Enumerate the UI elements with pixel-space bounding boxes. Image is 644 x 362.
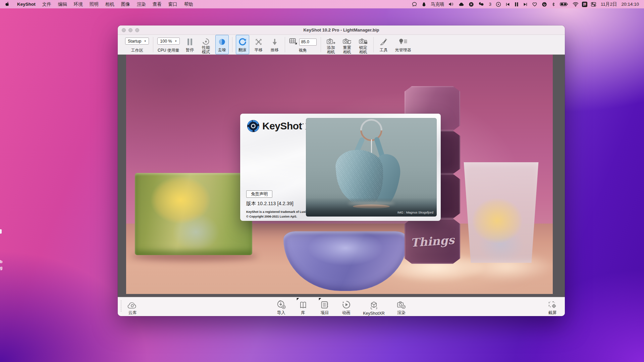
tools-button[interactable]: 工具 — [377, 35, 390, 54]
workspace-group: Startup ▼ 工作区 — [121, 35, 153, 54]
menu-item-image[interactable]: 图像 — [118, 1, 133, 7]
import-button[interactable]: 导入 — [276, 299, 286, 316]
denoise-label: 去噪 — [218, 48, 226, 52]
bluetooth-icon[interactable] — [550, 2, 556, 7]
workspace-dropdown[interactable]: Startup ▼ — [125, 38, 149, 45]
menu-item-file[interactable]: 文件 — [39, 1, 55, 7]
light-manager-button[interactable]: 光管理器 — [393, 35, 413, 54]
project-icon — [320, 299, 329, 309]
qq-penguin-icon[interactable] — [421, 2, 427, 7]
reset-camera-button[interactable]: 重置 相机 — [340, 35, 354, 54]
menu-item-camera[interactable]: 相机 — [102, 1, 118, 7]
menu-item-render[interactable]: 渲染 — [133, 1, 149, 7]
play-circle-icon[interactable] — [495, 2, 502, 7]
library-icon — [298, 299, 308, 309]
lock-camera-icon — [359, 38, 368, 46]
lock-camera-label-2: 相机 — [359, 50, 367, 54]
menu-bar-left: KeyShot 文件 编辑 环境 照明 相机 图像 渲染 查看 窗口 帮助 — [0, 1, 197, 7]
cube-engraving-text: Things — [410, 233, 454, 249]
add-camera-label-2: 相机 — [327, 50, 335, 54]
cloud-app-icon[interactable] — [458, 2, 465, 7]
chat-bubble-icon[interactable] — [411, 2, 418, 7]
volume-icon[interactable] — [447, 2, 455, 7]
view-angle-group: 视角 — [285, 35, 321, 54]
green-glass-cube — [135, 173, 252, 255]
menu-item-environment[interactable]: 环境 — [70, 1, 86, 7]
cpu-usage-dropdown[interactable]: 100 % ▼ — [157, 38, 179, 45]
disclaimer-button[interactable]: 免责声明 — [246, 190, 272, 198]
about-dialog: KeyShot 10 免责声明 版本 10.2.113 [4.2.39] Key… — [240, 114, 441, 221]
menu-item-help[interactable]: 帮助 — [181, 1, 197, 7]
pause-label: 暂停 — [186, 48, 194, 52]
cpu-usage-value: 100 % — [160, 39, 172, 44]
wifi-icon[interactable] — [572, 2, 580, 7]
denoise-icon — [218, 38, 226, 46]
project-button[interactable]: 项目 — [320, 299, 329, 316]
camera-group: 添加 相机 重置 相机 锁定 相机 — [321, 35, 373, 54]
heart-icon[interactable] — [531, 2, 538, 7]
render-label: 渲染 — [397, 310, 406, 316]
performance-mode-button[interactable]: 性能 模式 — [199, 35, 213, 54]
denoise-button[interactable]: 去噪 — [215, 35, 229, 54]
menubar-time[interactable]: 20:14:10 — [620, 2, 640, 7]
reset-camera-icon — [342, 38, 352, 46]
apple-menu-icon[interactable] — [0, 1, 13, 7]
lock-camera-label-1: 锁定 — [359, 46, 367, 50]
view-angle-label: 视角 — [299, 48, 307, 53]
previous-track-icon[interactable] — [504, 2, 511, 7]
animation-label: 动画 — [342, 310, 351, 316]
main-toolbar: Startup ▼ 工作区 100 % ▼ CPU 使用量 — [118, 35, 565, 55]
add-camera-button[interactable]: 添加 相机 — [324, 35, 338, 54]
menu-bar-status: 马克喵 3 — [411, 1, 644, 7]
reset-camera-label-1: 重置 — [343, 46, 351, 50]
view-angle-icon — [289, 38, 297, 46]
dolly-button[interactable]: 推移 — [268, 35, 281, 54]
pause-render-button[interactable]: 暂停 — [183, 35, 197, 54]
animation-button[interactable]: 动画 — [341, 299, 351, 316]
menu-item-edit[interactable]: 编辑 — [55, 1, 70, 7]
performance-mode-label-2: 模式 — [202, 50, 210, 54]
x-circle-icon[interactable] — [468, 2, 475, 7]
trademark-dot — [303, 123, 304, 124]
camera-move-group: 翻滚 平移 推移 — [232, 35, 285, 54]
input-method-icon[interactable]: 拼 — [582, 2, 587, 7]
cloud-library-icon — [127, 299, 138, 309]
desktop: KeyShot 文件 编辑 环境 照明 相机 图像 渲染 查看 窗口 帮助 马克… — [0, 0, 644, 362]
library-button[interactable]: 库 — [298, 299, 308, 316]
splash-image: IMG : Magnus Skogsfjord — [306, 118, 437, 217]
library-label: 库 — [301, 310, 305, 316]
cloud-library-button[interactable]: 云库 — [127, 299, 138, 316]
pan-label: 平移 — [255, 48, 263, 52]
project-label: 项目 — [321, 310, 329, 316]
battery-icon — [559, 2, 569, 7]
pan-button[interactable]: 平移 — [252, 35, 265, 54]
wechat-icon[interactable] — [477, 2, 485, 7]
menubar-username[interactable]: 马克喵 — [430, 1, 445, 7]
dolly-label: 推移 — [271, 48, 279, 52]
view-angle-input[interactable] — [299, 39, 317, 46]
control-center-icon[interactable] — [590, 2, 597, 7]
render-button[interactable]: 渲染 — [397, 299, 406, 316]
menu-item-lighting[interactable]: 照明 — [86, 1, 102, 7]
desktop-icon-fragment — [0, 229, 2, 234]
menu-app-name[interactable]: KeyShot — [13, 2, 39, 7]
menu-item-window[interactable]: 窗口 — [165, 1, 181, 7]
window-title-bar[interactable]: KeyShot 10.2 Pro - LightManager.bip — [118, 25, 565, 35]
dock-center-group: 导入 库 项目 — [276, 299, 406, 316]
next-track-icon[interactable] — [522, 2, 529, 7]
pause-media-icon[interactable] — [514, 2, 520, 7]
flame-circle-icon[interactable] — [541, 2, 548, 7]
screenshot-icon — [547, 299, 557, 309]
utilities-group: 工具 光管理器 — [374, 35, 417, 54]
window-title: KeyShot 10.2 Pro - LightManager.bip — [118, 27, 565, 33]
lock-camera-button[interactable]: 锁定 相机 — [357, 35, 370, 54]
menubar-date[interactable]: 11月2日 — [600, 1, 618, 7]
keyshotxr-button[interactable]: KeyShotXR — [363, 300, 385, 316]
tools-icon — [380, 38, 388, 46]
menu-item-view[interactable]: 查看 — [149, 1, 165, 7]
tumble-label: 翻滚 — [238, 48, 247, 52]
screenshot-button[interactable]: 截屏 — [547, 299, 557, 316]
dock-drag-handle[interactable] — [121, 301, 121, 313]
screenshot-label: 截屏 — [548, 310, 557, 316]
tumble-button[interactable]: 翻滚 — [236, 35, 249, 54]
